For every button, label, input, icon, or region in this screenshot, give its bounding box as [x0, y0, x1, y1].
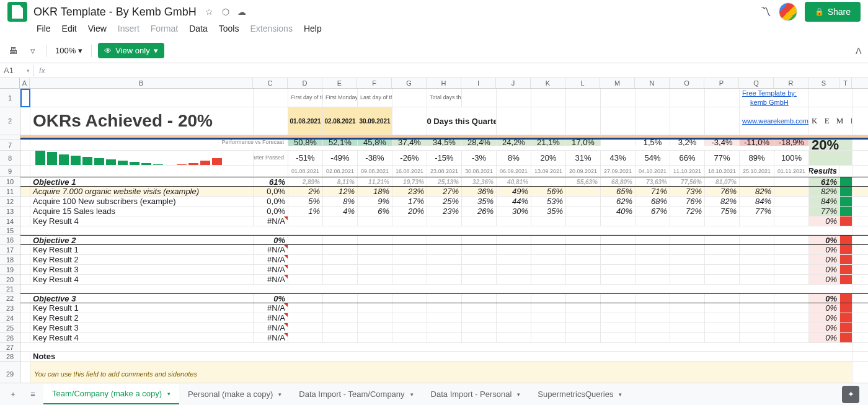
perf-value[interactable]: -3,4% [705, 140, 740, 146]
status-bar[interactable] [840, 197, 852, 206]
cell[interactable] [531, 323, 566, 332]
keyresult-start[interactable]: 0,0% [254, 187, 288, 196]
row-header[interactable]: 16 [0, 235, 20, 245]
keyresult-result[interactable]: 0% [809, 323, 840, 332]
cell[interactable] [840, 166, 852, 176]
perf-value[interactable] [601, 140, 636, 146]
keyresult-name[interactable]: Key Result 4 [30, 275, 254, 284]
col-header[interactable]: P [704, 78, 739, 88]
keyresult-value[interactable]: 35% [531, 207, 566, 216]
status-bar[interactable] [840, 323, 852, 332]
row-header[interactable]: 1 [0, 89, 20, 107]
keyresult-name[interactable]: Key Result 4 [30, 216, 254, 226]
row-header[interactable]: 25 [0, 323, 20, 333]
cell[interactable] [288, 294, 323, 303]
keyresult-value[interactable]: 75% [705, 207, 740, 216]
keyresult-start[interactable]: 0,0% [254, 197, 288, 206]
keyresult-start[interactable]: #N/A [254, 323, 288, 332]
row-header[interactable]: 8 [0, 151, 20, 166]
keyresult-value[interactable]: 84% [740, 197, 774, 206]
keyresult-value[interactable]: 5% [288, 197, 323, 206]
keyresult-name[interactable]: Acquire 7.000 organic website visits (ex… [30, 187, 254, 196]
row-header[interactable]: 7 [0, 140, 20, 151]
forecast-value[interactable]: 8,11% [323, 177, 358, 186]
keyresult-value[interactable]: 25% [427, 197, 462, 206]
cell[interactable] [427, 236, 462, 244]
cell[interactable] [531, 313, 566, 323]
perf-value[interactable]: 3,2% [670, 140, 705, 146]
cell[interactable] [774, 177, 809, 186]
cell[interactable] [670, 333, 705, 342]
keyresult-value[interactable] [670, 216, 705, 226]
cell[interactable] [358, 265, 392, 274]
cell[interactable] [774, 197, 809, 206]
cell[interactable] [20, 177, 30, 186]
perf-value[interactable]: 24,2% [497, 140, 531, 146]
menu-extensions[interactable]: Extensions [246, 21, 296, 36]
cell[interactable] [20, 107, 30, 135]
main-title[interactable]: OKRs Achieved - 20% [30, 107, 254, 135]
cell[interactable] [323, 245, 358, 254]
cell[interactable] [670, 323, 705, 332]
keyresult-value[interactable]: 40% [601, 207, 636, 216]
cell[interactable] [358, 275, 392, 284]
row-header[interactable]: 27 [0, 343, 20, 352]
cell[interactable] [531, 107, 566, 135]
row-header[interactable]: 15 [0, 226, 20, 235]
cell[interactable] [774, 255, 809, 264]
zoom-dropdown[interactable]: 100% ▾ [53, 45, 85, 56]
keyresult-value[interactable]: 36% [462, 187, 497, 196]
cell[interactable] [20, 303, 30, 313]
status-bar[interactable] [840, 333, 852, 342]
cell[interactable] [20, 197, 30, 206]
col-header[interactable]: F [357, 78, 392, 88]
cell[interactable] [427, 303, 462, 313]
cell[interactable] [566, 236, 601, 244]
keyresult-value[interactable]: 30% [497, 207, 531, 216]
cell[interactable] [427, 265, 462, 274]
cell[interactable] [20, 333, 30, 342]
keyresult-name[interactable]: Key Result 3 [30, 323, 254, 332]
keyresult-value[interactable]: 8% [323, 197, 358, 206]
row-header[interactable]: 28 [0, 352, 20, 362]
keyresult-value[interactable]: 6% [358, 207, 392, 216]
document-title[interactable]: OKR Template - By Kemb GmbH [33, 6, 197, 19]
status-bar[interactable] [840, 294, 852, 303]
cell[interactable] [427, 333, 462, 342]
sheets-logo-icon[interactable] [7, 2, 27, 22]
perf-value[interactable]: 17,0% [566, 140, 601, 146]
keyresult-value[interactable] [497, 216, 531, 226]
forecast-value[interactable]: 2,89% [288, 177, 323, 186]
cell[interactable] [531, 255, 566, 264]
col-header[interactable]: T [839, 78, 852, 88]
row-header[interactable]: 24 [0, 313, 20, 323]
cell[interactable] [462, 236, 497, 244]
week-date[interactable]: 13.09.2021 [531, 166, 566, 176]
header-label[interactable]: Total days this Quarter [427, 89, 462, 107]
keyresult-start[interactable]: #N/A [254, 303, 288, 313]
keyresult-value[interactable] [392, 216, 427, 226]
cell[interactable] [670, 275, 705, 284]
forecast-value[interactable]: 40,81% [497, 177, 531, 186]
cell[interactable] [392, 275, 427, 284]
cell[interactable] [705, 323, 740, 332]
keyresult-value[interactable]: 12% [323, 187, 358, 196]
cell[interactable] [288, 333, 323, 342]
forecast-value[interactable]: 81,07% [705, 177, 740, 186]
qtr-value[interactable]: 66% [670, 151, 705, 165]
cell[interactable] [358, 245, 392, 254]
perf-value[interactable]: 45,8% [358, 140, 392, 146]
cell[interactable] [20, 236, 30, 244]
cell[interactable] [497, 275, 531, 284]
cell[interactable] [392, 265, 427, 274]
sparkbar[interactable] [30, 151, 254, 165]
cell[interactable] [531, 265, 566, 274]
cloud-icon[interactable]: ☁ [236, 6, 247, 17]
keyresult-result[interactable]: 0% [809, 333, 840, 342]
cell[interactable] [531, 333, 566, 342]
cell[interactable] [358, 255, 392, 264]
objective-result[interactable]: 61% [809, 177, 840, 186]
col-header[interactable]: E [322, 78, 357, 88]
keyresult-start[interactable]: 0,0% [254, 207, 288, 216]
cell[interactable] [705, 255, 740, 264]
